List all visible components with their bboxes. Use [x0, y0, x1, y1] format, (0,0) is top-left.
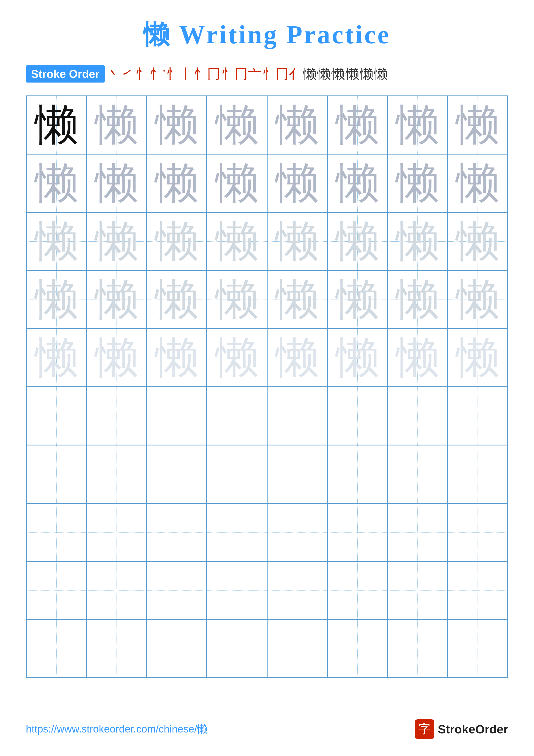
grid-cell-3-2[interactable]: 懒 [87, 212, 146, 270]
grid-cell-7-8[interactable] [447, 445, 508, 503]
footer-url[interactable]: https://www.strokeorder.com/chinese/懒 [26, 722, 207, 736]
grid-row-2: 懒 懒 懒 懒 懒 懒 懒 懒 [26, 154, 508, 212]
grid-cell-6-5[interactable] [267, 387, 327, 445]
grid-cell-1-3[interactable]: 懒 [147, 96, 207, 154]
grid-cell-10-8[interactable] [447, 620, 508, 678]
stroke-6: 忄冂 [194, 67, 220, 81]
grid-cell-1-5[interactable]: 懒 [267, 96, 327, 154]
grid-cell-10-7[interactable] [387, 620, 447, 678]
grid-cell-5-5[interactable]: 懒 [267, 329, 327, 387]
grid-cell-2-8[interactable]: 懒 [447, 154, 508, 212]
grid-cell-1-1[interactable]: 懒 [26, 96, 87, 154]
grid-cell-8-6[interactable] [327, 503, 387, 561]
grid-cell-1-8[interactable]: 懒 [447, 96, 508, 154]
grid-cell-6-1[interactable] [26, 387, 87, 445]
grid-cell-3-3[interactable]: 懒 [147, 212, 207, 270]
cell-char: 懒 [155, 220, 198, 263]
grid-cell-2-3[interactable]: 懒 [147, 154, 207, 212]
grid-cell-6-8[interactable] [447, 387, 508, 445]
grid-cell-10-4[interactable] [207, 620, 267, 678]
grid-cell-4-7[interactable]: 懒 [387, 270, 447, 329]
stroke-10: 懒 [317, 67, 331, 81]
grid-cell-7-5[interactable] [267, 445, 327, 503]
stroke-5: 忄丨 [166, 67, 193, 81]
grid-cell-3-6[interactable]: 懒 [327, 212, 387, 270]
grid-cell-5-8[interactable]: 懒 [447, 329, 508, 387]
grid-cell-9-4[interactable] [207, 561, 267, 620]
grid-cell-2-7[interactable]: 懒 [387, 154, 447, 212]
grid-cell-8-5[interactable] [267, 503, 327, 561]
grid-cell-8-3[interactable] [147, 503, 207, 561]
grid-cell-4-4[interactable]: 懒 [207, 270, 267, 329]
grid-cell-3-7[interactable]: 懒 [387, 212, 447, 270]
grid-cell-7-6[interactable] [327, 445, 387, 503]
cell-char: 懒 [456, 162, 499, 205]
stroke-order-chars: 丶 ㇒ 忄 忄' 忄丨 忄冂 忄冂亠 忄冂亻 懒 懒 懒 懒 懒 懒 [107, 67, 388, 81]
grid-cell-5-6[interactable]: 懒 [327, 329, 387, 387]
cell-char: 懒 [35, 220, 78, 263]
grid-cell-10-1[interactable] [26, 620, 87, 678]
grid-cell-3-8[interactable]: 懒 [447, 212, 508, 270]
grid-cell-5-7[interactable]: 懒 [387, 329, 447, 387]
grid-cell-1-2[interactable]: 懒 [87, 96, 146, 154]
grid-cell-2-4[interactable]: 懒 [207, 154, 267, 212]
grid-cell-6-3[interactable] [147, 387, 207, 445]
grid-cell-3-1[interactable]: 懒 [26, 212, 87, 270]
grid-cell-9-1[interactable] [26, 561, 87, 620]
grid-cell-4-3[interactable]: 懒 [147, 270, 207, 329]
grid-row-4: 懒 懒 懒 懒 懒 懒 懒 懒 [26, 270, 508, 329]
grid-cell-9-8[interactable] [447, 561, 508, 620]
grid-cell-2-1[interactable]: 懒 [26, 154, 87, 212]
grid-cell-8-1[interactable] [26, 503, 87, 561]
grid-cell-9-6[interactable] [327, 561, 387, 620]
grid-cell-2-2[interactable]: 懒 [87, 154, 146, 212]
grid-cell-6-6[interactable] [327, 387, 387, 445]
grid-cell-9-2[interactable] [87, 561, 146, 620]
stroke-4: 忄' [149, 67, 165, 81]
grid-cell-6-2[interactable] [87, 387, 146, 445]
grid-cell-5-1[interactable]: 懒 [26, 329, 87, 387]
grid-cell-9-3[interactable] [147, 561, 207, 620]
grid-cell-7-3[interactable] [147, 445, 207, 503]
grid-cell-9-5[interactable] [267, 561, 327, 620]
grid-cell-4-5[interactable]: 懒 [267, 270, 327, 329]
stroke-order-label: Stroke Order [26, 65, 105, 83]
cell-char: 懒 [396, 220, 439, 263]
grid-cell-7-7[interactable] [387, 445, 447, 503]
grid-cell-7-2[interactable] [87, 445, 146, 503]
grid-cell-4-6[interactable]: 懒 [327, 270, 387, 329]
title-chinese-char: 懒 [143, 20, 171, 49]
cell-char: 懒 [275, 162, 318, 205]
grid-cell-6-7[interactable] [387, 387, 447, 445]
grid-cell-4-8[interactable]: 懒 [447, 270, 508, 329]
grid-cell-6-4[interactable] [207, 387, 267, 445]
grid-cell-8-8[interactable] [447, 503, 508, 561]
grid-cell-1-4[interactable]: 懒 [207, 96, 267, 154]
grid-cell-5-2[interactable]: 懒 [87, 329, 146, 387]
grid-cell-7-1[interactable] [26, 445, 87, 503]
grid-cell-10-5[interactable] [267, 620, 327, 678]
grid-cell-3-5[interactable]: 懒 [267, 212, 327, 270]
page-title: 懒 Writing Practice [143, 17, 391, 52]
grid-cell-8-2[interactable] [87, 503, 146, 561]
grid-cell-4-1[interactable]: 懒 [26, 270, 87, 329]
grid-cell-8-4[interactable] [207, 503, 267, 561]
grid-cell-2-5[interactable]: 懒 [267, 154, 327, 212]
grid-cell-1-6[interactable]: 懒 [327, 96, 387, 154]
grid-cell-4-2[interactable]: 懒 [87, 270, 146, 329]
grid-cell-2-6[interactable]: 懒 [327, 154, 387, 212]
cell-char: 懒 [216, 336, 259, 379]
cell-char: 懒 [35, 103, 78, 147]
grid-cell-3-4[interactable]: 懒 [207, 212, 267, 270]
grid-cell-9-7[interactable] [387, 561, 447, 620]
grid-cell-5-4[interactable]: 懒 [207, 329, 267, 387]
grid-cell-1-7[interactable]: 懒 [387, 96, 447, 154]
grid-cell-10-2[interactable] [87, 620, 146, 678]
cell-char: 懒 [336, 336, 379, 379]
grid-cell-10-6[interactable] [327, 620, 387, 678]
grid-cell-10-3[interactable] [147, 620, 207, 678]
cell-char: 懒 [336, 220, 379, 263]
grid-cell-5-3[interactable]: 懒 [147, 329, 207, 387]
grid-cell-8-7[interactable] [387, 503, 447, 561]
grid-cell-7-4[interactable] [207, 445, 267, 503]
